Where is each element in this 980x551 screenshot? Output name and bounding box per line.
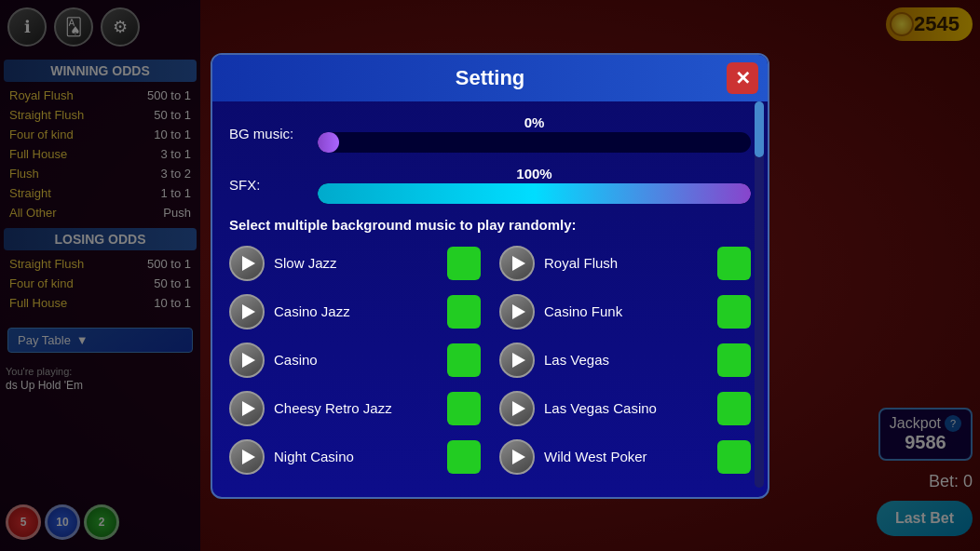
- bg-music-percent: 0%: [318, 114, 751, 130]
- play-casino-jazz-button[interactable]: [229, 294, 265, 329]
- play-cheesy-retro-jazz-button[interactable]: [229, 391, 265, 426]
- casino-jazz-label: Casino Jazz: [274, 303, 438, 319]
- play-icon: [512, 304, 525, 319]
- play-las-vegas-casino-button[interactable]: [499, 391, 535, 426]
- play-icon: [512, 256, 525, 271]
- play-icon: [512, 450, 525, 464]
- sfx-slider[interactable]: [318, 183, 751, 204]
- toggle-slow-jazz-button[interactable]: [447, 247, 481, 280]
- music-item-royal-flush: Royal Flush: [499, 246, 751, 281]
- play-icon: [512, 401, 525, 416]
- music-item-las-vegas-casino: Las Vegas Casino: [499, 391, 751, 426]
- play-icon: [242, 401, 255, 416]
- toggle-las-vegas-casino-button[interactable]: [717, 392, 751, 425]
- play-wild-west-poker-button[interactable]: [499, 439, 535, 475]
- music-item-night-casino: Night Casino: [229, 439, 481, 475]
- modal-title: Setting: [456, 66, 525, 89]
- sfx-slider-container: 100%: [318, 166, 751, 204]
- sfx-percent: 100%: [318, 166, 751, 181]
- sfx-slider-row: SFX: 100%: [229, 166, 751, 204]
- music-item-casino: Casino: [229, 343, 481, 378]
- toggle-casino-button[interactable]: [447, 343, 481, 377]
- toggle-casino-funk-button[interactable]: [717, 295, 751, 329]
- play-icon: [512, 353, 525, 368]
- casino-funk-label: Casino Funk: [544, 303, 708, 319]
- play-icon: [242, 353, 255, 368]
- music-item-casino-funk: Casino Funk: [499, 294, 751, 329]
- las-vegas-casino-label: Las Vegas Casino: [544, 400, 708, 416]
- close-button[interactable]: ✕: [727, 62, 758, 94]
- modal-scrollbar-track[interactable]: [755, 101, 764, 488]
- music-item-wild-west-poker: Wild West Poker: [499, 439, 751, 475]
- bg-music-fill: [318, 132, 339, 153]
- sfx-fill: [318, 183, 751, 204]
- play-night-casino-button[interactable]: [229, 439, 265, 475]
- modal-body: BG music: 0% SFX: 100% Select: [212, 101, 768, 488]
- bg-music-slider-container: 0%: [318, 114, 751, 153]
- casino-label: Casino: [274, 352, 438, 368]
- play-royal-flush-button[interactable]: [499, 246, 535, 281]
- modal-header: Setting ✕: [212, 55, 768, 101]
- bg-music-slider[interactable]: [318, 132, 751, 153]
- toggle-las-vegas-button[interactable]: [717, 343, 751, 377]
- music-item-slow-jazz: Slow Jazz: [229, 246, 481, 281]
- toggle-casino-jazz-button[interactable]: [447, 295, 481, 329]
- music-item-casino-jazz: Casino Jazz: [229, 294, 481, 329]
- bg-music-label: BG music:: [229, 126, 318, 141]
- toggle-cheesy-retro-jazz-button[interactable]: [447, 392, 481, 425]
- music-item-cheesy-retro-jazz: Cheesy Retro Jazz: [229, 391, 481, 426]
- play-icon: [242, 450, 255, 464]
- slow-jazz-label: Slow Jazz: [274, 255, 438, 271]
- toggle-night-casino-button[interactable]: [447, 440, 481, 474]
- royal-flush-label: Royal Flush: [544, 255, 708, 271]
- toggle-wild-west-poker-button[interactable]: [717, 440, 751, 474]
- play-icon: [242, 256, 255, 271]
- modal-overlay: Setting ✕ BG music: 0% SFX:: [0, 0, 980, 551]
- play-icon: [242, 304, 255, 319]
- settings-modal: Setting ✕ BG music: 0% SFX:: [211, 53, 769, 499]
- sfx-label: SFX:: [229, 177, 318, 193]
- music-item-las-vegas: Las Vegas: [499, 343, 751, 378]
- las-vegas-label: Las Vegas: [544, 352, 708, 368]
- play-las-vegas-button[interactable]: [499, 343, 535, 378]
- bg-music-slider-row: BG music: 0%: [229, 114, 751, 153]
- play-casino-button[interactable]: [229, 343, 265, 378]
- toggle-royal-flush-button[interactable]: [717, 247, 751, 280]
- music-grid: Slow Jazz Royal Flush Casino Jazz: [229, 246, 751, 475]
- night-casino-label: Night Casino: [274, 449, 438, 464]
- play-casino-funk-button[interactable]: [499, 294, 535, 329]
- cheesy-retro-jazz-label: Cheesy Retro Jazz: [274, 400, 438, 416]
- wild-west-poker-label: Wild West Poker: [544, 449, 708, 464]
- select-music-label: Select multiple background music to play…: [229, 217, 751, 233]
- play-slow-jazz-button[interactable]: [229, 246, 265, 281]
- modal-scrollbar-thumb[interactable]: [755, 101, 764, 157]
